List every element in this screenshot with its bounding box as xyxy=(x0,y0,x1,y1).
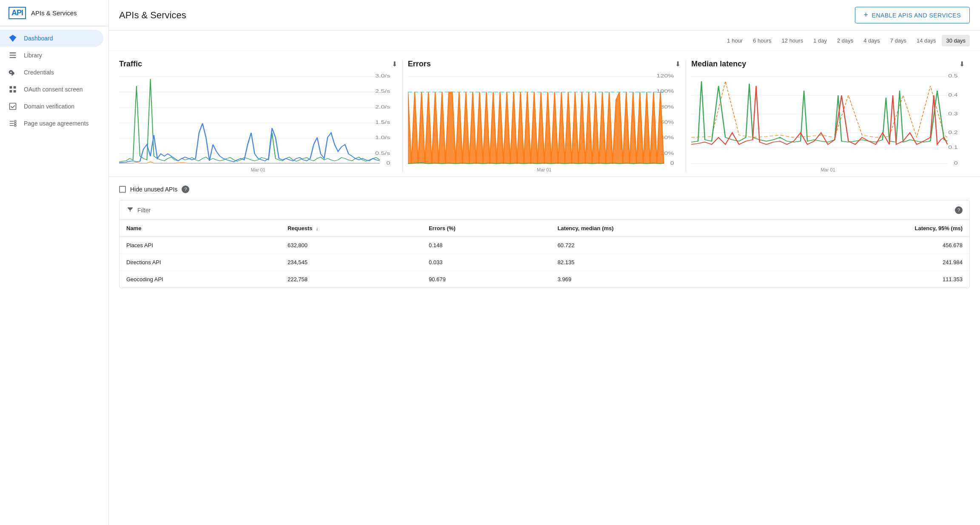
svg-text:0.5/s: 0.5/s xyxy=(375,150,390,156)
sidebar-item-library-label: Library xyxy=(24,52,42,59)
sidebar-item-library[interactable]: Library xyxy=(0,47,103,64)
col-latency-95: Latency, 95% (ms) xyxy=(773,220,969,237)
cell-name-places[interactable]: Places API xyxy=(120,237,281,254)
traffic-download-icon[interactable]: ⬇ xyxy=(392,60,397,68)
svg-rect-0 xyxy=(10,52,16,53)
svg-point-13 xyxy=(14,123,16,124)
sidebar-item-oauth-label: OAuth consent screen xyxy=(24,86,83,93)
sidebar-header: API APIs & Services xyxy=(0,0,108,26)
time-btn-1h[interactable]: 1 hour xyxy=(723,35,747,46)
svg-text:80%: 80% xyxy=(660,104,674,109)
table-help-icon[interactable]: ? xyxy=(955,206,963,214)
latency-chart-container: Median latency ⬇ 0.5 0.4 0.3 0.2 0.1 0 xyxy=(686,60,970,172)
traffic-chart-container: Traffic ⬇ 3.0/s 2.5/s 2.0/s 1.5/s 1.0/s … xyxy=(119,60,403,172)
table-toolbar: Filter ? xyxy=(120,200,969,220)
svg-point-14 xyxy=(14,125,16,126)
svg-text:1.5/s: 1.5/s xyxy=(375,120,390,125)
svg-rect-7 xyxy=(14,90,16,93)
sidebar-item-dashboard[interactable]: Dashboard xyxy=(0,30,103,47)
cell-latency-95-places: 456.678 xyxy=(773,237,969,254)
col-name: Name xyxy=(120,220,281,237)
time-btn-4d[interactable]: 4 days xyxy=(859,35,884,46)
table-header-row: Name Requests ↓ Errors (%) Latency, medi… xyxy=(120,220,969,237)
svg-rect-10 xyxy=(10,123,14,124)
col-errors: Errors (%) xyxy=(422,220,551,237)
filter-label[interactable]: Filter xyxy=(137,207,151,214)
cell-requests-directions: 234,545 xyxy=(281,254,422,271)
svg-text:0.5: 0.5 xyxy=(949,74,958,79)
svg-rect-5 xyxy=(14,86,16,89)
errors-chart-area: 120% 100% 80% 60% 40% 20% 0 xyxy=(408,72,681,165)
api-table: Name Requests ↓ Errors (%) Latency, medi… xyxy=(120,220,969,288)
traffic-chart-header: Traffic ⬇ xyxy=(119,60,397,68)
errors-chart-header: Errors ⬇ xyxy=(408,60,681,68)
cell-latency-med-places: 60.722 xyxy=(551,237,773,254)
main-header: APIs & Services + ENABLE APIS AND SERVIC… xyxy=(109,0,980,31)
hide-unused-label: Hide unused APIs xyxy=(130,186,177,193)
time-btn-6h[interactable]: 6 hours xyxy=(749,35,775,46)
sidebar-item-domain-label: Domain verification xyxy=(24,103,74,110)
sidebar-item-oauth[interactable]: OAuth consent screen xyxy=(0,81,103,98)
page-title: APIs & Services xyxy=(119,10,848,21)
traffic-x-label: Mar 01 xyxy=(119,167,397,172)
diamond-icon xyxy=(9,34,17,43)
svg-text:0.1: 0.1 xyxy=(949,145,958,150)
latency-download-icon[interactable]: ⬇ xyxy=(959,60,965,68)
cell-errors-geocoding: 90.679 xyxy=(422,271,551,288)
latency-x-label: Mar 01 xyxy=(691,167,965,172)
grid-icon xyxy=(9,85,17,94)
cell-name-geocoding[interactable]: Geocoding API xyxy=(120,271,281,288)
svg-rect-6 xyxy=(10,90,12,93)
filter-row: Filter xyxy=(126,205,151,214)
sidebar: API APIs & Services Dashboard Lib xyxy=(0,0,109,525)
errors-download-icon[interactable]: ⬇ xyxy=(675,60,681,68)
list-settings-icon xyxy=(9,119,17,128)
svg-text:0.2: 0.2 xyxy=(949,130,958,135)
cell-errors-places: 0.148 xyxy=(422,237,551,254)
sidebar-item-credentials[interactable]: Credentials xyxy=(0,64,103,81)
time-btn-30d[interactable]: 30 days xyxy=(942,35,970,46)
svg-rect-9 xyxy=(10,121,14,122)
errors-chart-container: Errors ⬇ 120% 100% 80% 60% 40% 20% 0 xyxy=(403,60,687,172)
table-row: Geocoding API 222,758 90.679 3.969 111.3… xyxy=(120,271,969,288)
sidebar-item-domain[interactable]: Domain verification xyxy=(0,98,103,115)
key-icon xyxy=(9,68,17,77)
time-btn-14d[interactable]: 14 days xyxy=(912,35,940,46)
sidebar-item-dashboard-label: Dashboard xyxy=(24,35,53,42)
col-latency-median: Latency, median (ms) xyxy=(551,220,773,237)
sidebar-item-credentials-label: Credentials xyxy=(24,69,54,76)
col-requests[interactable]: Requests ↓ xyxy=(281,220,422,237)
sidebar-item-page-usage[interactable]: Page usage agreements xyxy=(0,115,103,132)
sidebar-title: APIs & Services xyxy=(31,9,77,17)
time-btn-2d[interactable]: 2 days xyxy=(833,35,858,46)
svg-rect-11 xyxy=(10,125,14,126)
traffic-chart-title: Traffic xyxy=(119,60,142,68)
filter-icon xyxy=(126,205,134,214)
svg-text:120%: 120% xyxy=(656,74,674,79)
latency-chart-title: Median latency xyxy=(691,60,746,68)
svg-text:0: 0 xyxy=(386,160,390,165)
time-btn-1d[interactable]: 1 day xyxy=(809,35,831,46)
enable-apis-button[interactable]: + ENABLE APIS AND SERVICES xyxy=(855,7,970,23)
svg-rect-4 xyxy=(10,86,12,89)
checkbox-icon xyxy=(9,102,17,111)
hide-unused-checkbox[interactable] xyxy=(119,186,126,193)
cell-name-directions[interactable]: Directions API xyxy=(120,254,281,271)
cell-errors-directions: 0.033 xyxy=(422,254,551,271)
hide-unused-row: Hide unused APIs ? xyxy=(119,185,970,193)
api-table-wrapper: Filter ? Name Requests ↓ xyxy=(119,200,970,288)
cell-latency-med-geocoding: 3.969 xyxy=(551,271,773,288)
cell-latency-med-directions: 82.135 xyxy=(551,254,773,271)
hide-unused-help-icon[interactable]: ? xyxy=(182,185,189,193)
time-btn-12h[interactable]: 12 hours xyxy=(778,35,808,46)
errors-x-label: Mar 01 xyxy=(408,167,681,172)
api-logo: API xyxy=(9,7,26,19)
cell-latency-95-directions: 241.984 xyxy=(773,254,969,271)
time-btn-7d[interactable]: 7 days xyxy=(886,35,911,46)
cell-latency-95-geocoding: 111.353 xyxy=(773,271,969,288)
cell-requests-geocoding: 222,758 xyxy=(281,271,422,288)
svg-text:100%: 100% xyxy=(656,89,674,94)
bars-icon xyxy=(9,51,17,60)
svg-text:2.0/s: 2.0/s xyxy=(375,104,390,110)
time-range-bar: 1 hour 6 hours 12 hours 1 day 2 days 4 d… xyxy=(109,31,980,51)
